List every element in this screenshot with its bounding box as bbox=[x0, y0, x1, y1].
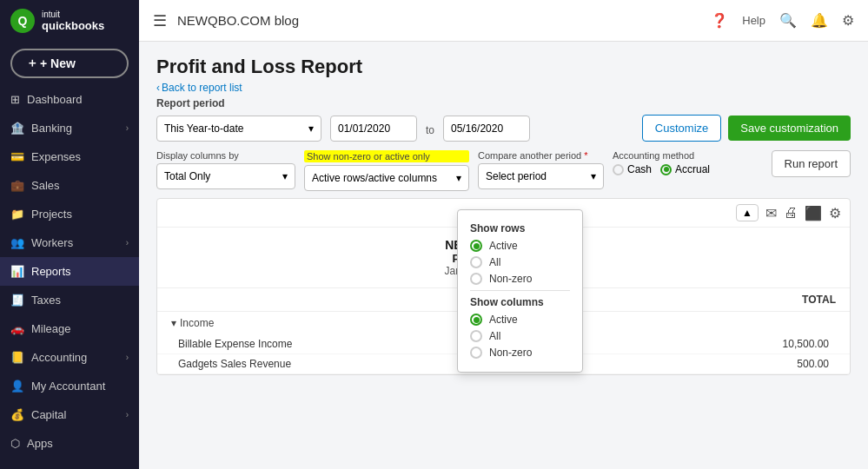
date-from-input[interactable] bbox=[330, 116, 417, 142]
cash-radio-icon bbox=[613, 164, 624, 175]
period-select[interactable]: This Year-to-date ▾ bbox=[156, 116, 321, 142]
cols-active-radio bbox=[470, 314, 482, 326]
export-icon[interactable]: ⬛ bbox=[805, 205, 822, 221]
cols-nonzero-radio bbox=[470, 347, 482, 359]
notification-icon[interactable]: 🔔 bbox=[811, 12, 828, 29]
sidebar-item-taxes[interactable]: 🧾 Taxes bbox=[0, 286, 139, 314]
compare-select[interactable]: Select period ▾ bbox=[478, 163, 604, 189]
non-zero-group: Show non-zero or active only Active rows… bbox=[304, 150, 469, 191]
cols-all-option[interactable]: All bbox=[470, 330, 570, 342]
sidebar-item-sales[interactable]: 💼 Sales bbox=[0, 171, 139, 200]
sales-icon: 💼 bbox=[10, 179, 24, 192]
required-star: * bbox=[584, 150, 587, 161]
back-to-report-link[interactable]: ‹ Back to report list bbox=[156, 82, 851, 94]
display-columns-select[interactable]: Total Only ▾ bbox=[156, 163, 295, 189]
chevron-down-icon: ▾ bbox=[308, 122, 314, 135]
accrual-radio-icon bbox=[660, 164, 672, 175]
page-title: Profit and Loss Report bbox=[156, 56, 851, 78]
rows-all-radio bbox=[470, 256, 482, 268]
hamburger-icon[interactable]: ☰ bbox=[153, 11, 167, 30]
rows-active-radio bbox=[470, 240, 482, 252]
search-icon[interactable]: 🔍 bbox=[779, 12, 797, 29]
display-columns-group: Display columns by Total Only ▾ bbox=[156, 150, 295, 189]
run-report-button[interactable]: Run report bbox=[772, 150, 851, 177]
cols-all-radio bbox=[470, 330, 482, 342]
run-btn-container: Run report bbox=[772, 150, 851, 177]
settings-icon[interactable]: ⚙ bbox=[842, 12, 854, 29]
rows-nonzero-option[interactable]: Non-zero bbox=[470, 273, 570, 285]
sidebar-item-apps[interactable]: ⬡ Apps bbox=[0, 429, 139, 458]
show-columns-title: Show columns bbox=[470, 296, 570, 308]
email-icon[interactable]: ✉ bbox=[765, 205, 777, 221]
date-to-input[interactable] bbox=[443, 116, 530, 142]
rows-all-option[interactable]: All bbox=[470, 256, 570, 268]
collapse-button[interactable]: ▲ bbox=[736, 204, 759, 221]
accountant-icon: 👤 bbox=[10, 380, 24, 393]
accrual-radio[interactable]: Accrual bbox=[660, 163, 710, 175]
to-label: to bbox=[426, 124, 434, 136]
non-zero-select[interactable]: Active rows/active columns ▾ bbox=[304, 165, 469, 191]
topbar-title: NEWQBO.COM blog bbox=[177, 13, 700, 28]
compare-group: Compare another period * Select period ▾ bbox=[478, 150, 604, 189]
cols-active-option[interactable]: Active bbox=[470, 314, 570, 326]
settings-report-icon[interactable]: ⚙ bbox=[829, 205, 841, 221]
sidebar-logo: Q intuit quickbooks bbox=[0, 0, 139, 42]
accounting-method-label: Accounting method bbox=[613, 150, 710, 161]
taxes-icon: 🧾 bbox=[10, 294, 24, 307]
non-zero-dropdown-overlay: Show rows Active All Non-zero Show colum… bbox=[457, 209, 583, 373]
apps-icon: ⬡ bbox=[10, 437, 20, 450]
page-body: Profit and Loss Report ‹ Back to report … bbox=[139, 42, 868, 469]
chevron-right-icon-4: › bbox=[126, 410, 129, 419]
back-arrow-icon: ‹ bbox=[156, 82, 160, 94]
show-rows-title: Show rows bbox=[470, 222, 570, 234]
dashboard-icon: ⊞ bbox=[10, 93, 20, 106]
brand-name: intuit quickbooks bbox=[42, 10, 104, 33]
filter-row-1: This Year-to-date ▾ to Customize Save cu… bbox=[156, 115, 851, 142]
sidebar-item-projects[interactable]: 📁 Projects bbox=[0, 200, 139, 228]
cols-nonzero-option[interactable]: Non-zero bbox=[470, 347, 570, 359]
sidebar-item-expenses[interactable]: 💳 Expenses bbox=[0, 142, 139, 171]
triangle-icon: ▾ bbox=[171, 317, 176, 329]
cash-radio[interactable]: Cash bbox=[613, 163, 652, 175]
rows-nonzero-radio bbox=[470, 273, 482, 285]
save-customization-button[interactable]: Save customization bbox=[728, 116, 851, 141]
sidebar-item-dashboard[interactable]: ⊞ Dashboard bbox=[0, 85, 139, 114]
non-zero-label: Show non-zero or active only bbox=[304, 150, 469, 162]
rows-active-option[interactable]: Active bbox=[470, 240, 570, 252]
chevron-down-icon-3: ▾ bbox=[456, 172, 461, 184]
customize-button[interactable]: Customize bbox=[642, 115, 721, 142]
accounting-method-options: Cash Accrual bbox=[613, 163, 710, 175]
total-col-label: TOTAL bbox=[802, 294, 836, 306]
chevron-right-icon-2: › bbox=[126, 238, 129, 248]
right-buttons: Customize Save customization bbox=[642, 115, 851, 142]
projects-icon: 📁 bbox=[10, 208, 24, 221]
sidebar-item-mileage[interactable]: 🚗 Mileage bbox=[0, 314, 139, 343]
sidebar-item-accounting[interactable]: 📒 Accounting › bbox=[0, 343, 139, 372]
sidebar-item-capital[interactable]: 💰 Capital › bbox=[0, 400, 139, 429]
plus-icon: ＋ bbox=[26, 56, 38, 71]
chevron-down-icon-2: ▾ bbox=[282, 170, 288, 182]
expenses-icon: 💳 bbox=[10, 150, 24, 163]
chevron-down-icon-4: ▾ bbox=[591, 170, 596, 182]
topbar: ☰ NEWQBO.COM blog ❓ Help 🔍 🔔 ⚙ bbox=[139, 0, 868, 42]
reports-icon: 📊 bbox=[10, 265, 24, 278]
accounting-method-group: Accounting method Cash Accrual bbox=[613, 150, 710, 175]
accounting-icon: 📒 bbox=[10, 351, 24, 364]
new-button[interactable]: ＋ + New bbox=[10, 49, 129, 78]
mileage-icon: 🚗 bbox=[10, 322, 24, 335]
period-group: This Year-to-date ▾ bbox=[156, 116, 321, 142]
workers-icon: 👥 bbox=[10, 236, 24, 249]
banking-icon: 🏦 bbox=[10, 122, 24, 135]
help-icon[interactable]: ❓ bbox=[711, 12, 728, 29]
sidebar-item-banking[interactable]: 🏦 Banking › bbox=[0, 114, 139, 142]
chevron-right-icon-3: › bbox=[126, 353, 129, 362]
sidebar-item-accountant[interactable]: 👤 My Accountant bbox=[0, 372, 139, 400]
sidebar-item-workers[interactable]: 👥 Workers › bbox=[0, 228, 139, 257]
sidebar-item-reports[interactable]: 📊 Reports bbox=[0, 257, 139, 286]
topbar-icons: ❓ Help 🔍 🔔 ⚙ bbox=[711, 12, 854, 29]
help-label: Help bbox=[742, 14, 765, 27]
compare-label: Compare another period * bbox=[478, 150, 604, 161]
print-icon[interactable]: 🖨 bbox=[784, 205, 798, 221]
filter-row-2: Display columns by Total Only ▾ Show non… bbox=[156, 150, 851, 191]
qb-logo-icon: Q bbox=[10, 9, 35, 33]
